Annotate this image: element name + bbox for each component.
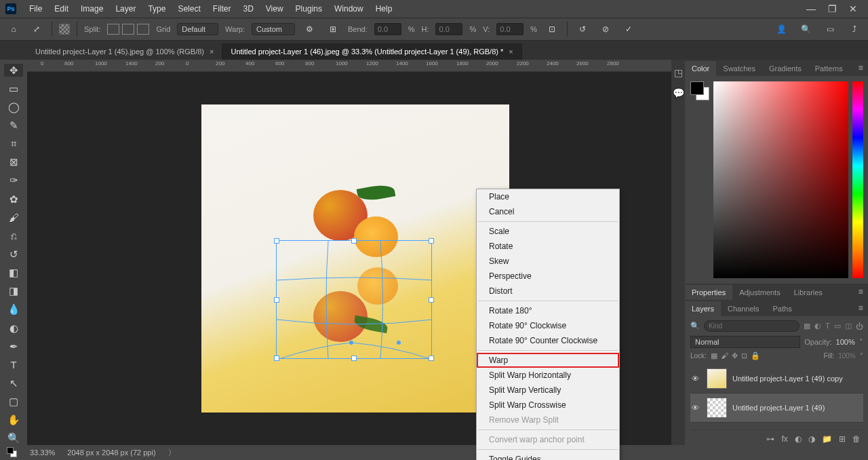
tab-close-icon[interactable]: × [210,47,214,56]
menu-image[interactable]: Image [75,4,109,14]
filter-pixel-icon[interactable]: ▩ [804,322,810,330]
type-tool-icon[interactable]: T [4,358,23,371]
tab-patterns[interactable]: Patterns [808,61,850,76]
visibility-toggle-icon[interactable]: 👁 [692,375,701,383]
context-menu-item[interactable]: Split Warp Horizontally [477,368,619,383]
transform-handle[interactable] [274,238,279,244]
tab-libraries[interactable]: Libraries [787,285,829,300]
fill-value[interactable]: 100% [838,352,856,360]
group-icon[interactable]: 📁 [822,434,832,444]
transform-tool-icon[interactable]: ⤢ [28,21,45,37]
context-menu-item[interactable]: Scale [477,224,619,239]
transform-handle[interactable] [351,356,357,361]
delete-layer-icon[interactable]: 🗑 [852,434,861,444]
layer-name[interactable]: Untitled project-Layer 1 (49) copy [732,375,862,383]
filter-adjust-icon[interactable]: ◐ [814,322,821,330]
cloud-user-icon[interactable]: 👤 [773,21,789,37]
filter-shape-icon[interactable]: ▭ [834,322,841,330]
gradient-tool-icon[interactable]: ◨ [4,285,23,298]
ruler-horizontal[interactable]: 0 800 1000 1400 200 0 200 400 600 800 10… [27,60,671,72]
path-select-tool-icon[interactable]: ↖ [4,377,23,389]
grid-select[interactable]: Default [177,23,218,35]
layer-thumbnail[interactable] [707,368,727,389]
lock-all-icon[interactable]: 🔒 [751,351,760,360]
context-menu-item[interactable]: Distort [477,284,619,299]
minimize-icon[interactable]: — [806,3,816,14]
cancel-transform-icon[interactable]: ⊘ [597,21,614,37]
menu-3d[interactable]: 3D [237,4,259,14]
transform-handle[interactable] [429,238,434,244]
panel-menu-icon[interactable]: ≡ [853,284,868,300]
dither-box-icon[interactable] [59,24,70,35]
panel-menu-icon[interactable]: ≡ [853,60,868,76]
frame-tool-icon[interactable]: ⊠ [4,156,23,169]
clone-tool-icon[interactable]: ⎌ [4,229,23,242]
context-menu-item[interactable]: Rotate 90° Counter Clockwise [477,333,619,348]
context-menu-item[interactable]: Split Warp Vertically [477,383,619,398]
menu-plugins[interactable]: Plugins [290,4,328,14]
filter-smart-icon[interactable]: ◫ [845,322,852,330]
gear-icon[interactable]: ⚙ [302,21,318,37]
link-layers-icon[interactable]: ⊶ [766,434,774,444]
transform-handle[interactable] [351,238,357,244]
blur-tool-icon[interactable]: 💧 [4,303,23,316]
context-menu-item[interactable]: Cancel [477,204,619,219]
tab-close-icon[interactable]: × [509,47,513,56]
search-icon[interactable]: 🔍 [797,21,814,37]
fg-bg-mini-icon[interactable] [7,447,18,458]
menu-type[interactable]: Type [142,4,172,14]
filter-toggle-icon[interactable]: ⏻ [856,322,863,330]
bend-input[interactable] [374,23,401,35]
quick-select-tool-icon[interactable]: ✎ [4,119,23,132]
new-layer-icon[interactable]: ⊞ [839,434,846,444]
lock-artboard-icon[interactable]: ⊡ [741,351,747,360]
menu-filter[interactable]: Filter [207,4,237,14]
home-icon[interactable]: ⌂ [5,21,22,37]
warp-transform-box[interactable] [276,240,432,359]
lock-brush-icon[interactable]: 🖌 [721,351,728,360]
context-menu-item[interactable]: Rotate 180° [477,303,619,318]
opacity-value[interactable]: 100% [836,338,855,346]
menu-file[interactable]: File [23,4,48,14]
layer-row[interactable]: 👁 Untitled project-Layer 1 (49) copy [690,364,863,394]
crop-tool-icon[interactable]: ⌗ [4,138,23,151]
healing-tool-icon[interactable]: ✿ [4,193,23,206]
tab-swatches[interactable]: Swatches [716,61,762,76]
commit-transform-icon[interactable]: ✓ [620,21,637,37]
filter-type-icon[interactable]: T [825,322,830,330]
transform-handle[interactable] [274,297,279,303]
menu-window[interactable]: Window [328,4,370,14]
layer-name[interactable]: Untitled project-Layer 1 (49) [732,404,862,412]
warp-style-select[interactable]: Custom [252,23,295,35]
menu-help[interactable]: Help [370,4,399,14]
context-menu-item[interactable]: Skew [477,254,619,269]
layer-thumbnail[interactable] [707,398,727,418]
layer-row[interactable]: 👁 Untitled project-Layer 1 (49) [690,394,863,423]
tab-adjustments[interactable]: Adjustments [732,285,787,300]
marquee-tool-icon[interactable]: ▭ [4,82,23,95]
comments-panel-icon[interactable]: 💬 [671,87,685,99]
lasso-tool-icon[interactable]: ◯ [4,100,23,113]
transform-handle[interactable] [429,297,434,303]
transform-handle[interactable] [274,356,279,361]
tab-channels[interactable]: Channels [721,301,766,316]
brush-tool-icon[interactable]: 🖌 [4,211,23,224]
orientation-icon[interactable]: ⊞ [325,21,341,37]
chevron-right-icon[interactable]: 〉 [168,448,176,458]
tab-color[interactable]: Color [685,61,716,76]
share-icon[interactable]: ⤴ [846,21,863,37]
transform-handle[interactable] [429,356,434,361]
context-menu-item[interactable]: Split Warp Crosswise [477,398,619,413]
fx-icon[interactable]: fx [781,434,787,444]
menu-layer[interactable]: Layer [109,4,142,14]
tab-properties[interactable]: Properties [685,285,732,300]
fg-bg-swatches[interactable] [690,81,709,278]
document-tab-2[interactable]: Untitled project-Layer 1 (46).jpeg @ 33.… [222,43,521,60]
visibility-toggle-icon[interactable]: 👁 [692,404,701,412]
history-panel-icon[interactable]: ◳ [671,66,685,79]
doc-info[interactable]: 2048 px x 2048 px (72 ppi) [67,448,155,457]
eyedropper-tool-icon[interactable]: ✑ [4,174,23,187]
tab-layers[interactable]: Layers [685,301,721,316]
mask-icon[interactable]: ◐ [795,434,802,444]
v-input[interactable] [496,23,524,35]
